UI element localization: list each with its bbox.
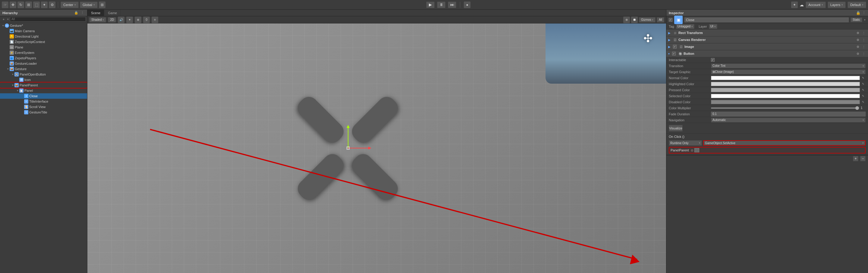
selected-color-swatch[interactable] (711, 94, 860, 98)
tree-item-gesture-loader[interactable]: 📦 GestureLoader (0, 61, 87, 66)
scene-viewport[interactable]: ✣ (87, 24, 666, 273)
toolbar-hand-icon[interactable]: ☞ (2, 1, 8, 8)
hierarchy-add-btn[interactable]: + (1, 17, 6, 22)
tag-dropdown[interactable]: Untagged ▾ (676, 24, 694, 29)
global-button[interactable]: Global ▾ (80, 1, 98, 8)
toolbar-sparkle-icon[interactable]: ✦ (791, 1, 798, 8)
mode-2d-btn[interactable]: 2D (108, 17, 116, 23)
gizmos-button[interactable]: Gizmos ▾ (639, 17, 655, 23)
tree-item-event-system[interactable]: ⚡ EventSystem (0, 50, 87, 56)
inspector-lock-icon[interactable]: 🔒 (856, 11, 861, 15)
runtime-only-dropdown[interactable]: Runtime Only ▾ (669, 140, 702, 146)
pause-button[interactable]: ⏸ (437, 1, 445, 8)
highlighted-color-picker-icon[interactable]: ✎ (861, 81, 866, 87)
static-button[interactable]: Static (850, 18, 862, 22)
button-header[interactable]: ▾ 🔘 Button ⚙ ⋮ (666, 50, 868, 57)
tab-game[interactable]: Game (104, 10, 121, 16)
navigation-dropdown[interactable]: Automatic ▾ (711, 118, 866, 123)
tree-item-title-interface[interactable]: T TitleInterface (0, 99, 87, 104)
interactable-checkbox[interactable] (711, 58, 715, 62)
disabled-color-swatch[interactable] (711, 100, 860, 104)
all-button[interactable]: All (657, 17, 664, 23)
canvas-menu-icon[interactable]: ⋮ (861, 37, 866, 42)
canvas-settings-icon[interactable]: ⚙ (855, 37, 860, 42)
image-header[interactable]: ▶ 🖼 Image ⚙ ⋮ (666, 43, 868, 50)
tree-item-gesture-child[interactable]: ▾ 📦 Gesture (0, 66, 87, 72)
rect-menu-icon[interactable]: ⋮ (861, 30, 866, 35)
rect-transform-header[interactable]: ▶ ⊞ Rect Transform ⚙ ⋮ (666, 30, 868, 36)
image-enabled-checkbox[interactable] (673, 45, 677, 48)
tree-item-zepeto-players[interactable]: 👥 ZepetoPlayers (0, 56, 87, 61)
panel-parent-target-icon[interactable]: ⊙ (691, 149, 693, 152)
scene-search-icon[interactable]: ⊕ (623, 16, 630, 23)
object-name-input[interactable] (684, 18, 849, 22)
expand-icon[interactable]: ▾ (11, 83, 14, 87)
normal-color-picker-icon[interactable]: ✎ (861, 75, 866, 80)
disabled-color-picker-icon[interactable]: ✎ (861, 100, 866, 104)
expand-icon[interactable]: ▾ (11, 72, 14, 76)
slider-thumb[interactable] (855, 106, 859, 110)
tree-item-main-camera[interactable]: 📷 Main Camera (0, 28, 87, 34)
fade-duration-input[interactable] (711, 112, 866, 116)
toolbar-scale-icon[interactable]: ⊞ (25, 1, 32, 8)
default-dropdown[interactable]: Default ▾ (847, 1, 866, 8)
account-dropdown[interactable]: Account ▾ (806, 1, 826, 8)
toolbar-transform-icon[interactable]: ✦ (41, 1, 48, 8)
play-button[interactable]: ▶ (426, 1, 435, 8)
collab-icon[interactable]: ● (464, 1, 470, 8)
scene-layers-icon[interactable]: 🔲 (631, 16, 638, 23)
tab-scene[interactable]: Scene (87, 10, 104, 16)
highlighted-color-swatch[interactable] (711, 82, 860, 86)
visualize-button[interactable]: Visualize (669, 125, 683, 132)
scene-tool2[interactable]: 0 (143, 16, 150, 23)
inspector-menu-icon[interactable]: ⋮ (862, 11, 866, 15)
tree-item-panel-open-btn[interactable]: ▾ 🔘 PanelOpenButton (0, 72, 87, 77)
tree-item-directional-light[interactable]: 💡 Directional Light (0, 34, 87, 39)
tree-item-close[interactable]: ✕ Close (0, 93, 87, 99)
expand-icon[interactable]: ▾ (6, 67, 10, 71)
hierarchy-menu-btn[interactable]: ⋮ (80, 10, 85, 15)
fx-icon[interactable]: ✦ (126, 16, 133, 23)
tree-item-scroll-view[interactable]: 📜 Scroll View (0, 104, 87, 109)
tree-item-icon[interactable]: 🖼 Icon (0, 77, 87, 82)
function-dropdown[interactable]: GameObject.SetActive ▾ (703, 140, 866, 146)
toolbar-rect-icon[interactable]: ⬚ (33, 1, 40, 8)
normal-color-swatch[interactable] (711, 76, 860, 80)
shading-dropdown[interactable]: Shaded ▾ (89, 17, 106, 23)
pressed-color-swatch[interactable] (711, 88, 860, 92)
tree-item-gesture-root[interactable]: ▾ G Gesture* (0, 23, 87, 28)
step-button[interactable]: ⏭ (448, 1, 456, 8)
pressed-color-picker-icon[interactable]: ✎ (861, 88, 866, 93)
tree-item-gesture-title[interactable]: T GestureTitle (0, 109, 87, 115)
selected-color-picker-icon[interactable]: ✎ (861, 94, 866, 98)
transition-dropdown[interactable]: Color Tint ▾ (711, 64, 866, 68)
button-enabled-checkbox[interactable] (672, 52, 676, 56)
panel-parent-color-swatch[interactable] (694, 148, 699, 152)
layers-dropdown[interactable]: Layers ▾ (828, 1, 846, 8)
image-settings-icon[interactable]: ⚙ (855, 44, 860, 49)
expand-icon[interactable]: ▾ (1, 24, 5, 27)
toolbar-custom-icon[interactable]: ⚙ (49, 1, 56, 8)
hierarchy-lock-btn[interactable]: 🔒 (74, 10, 79, 15)
rect-settings-icon[interactable]: ⚙ (855, 30, 860, 35)
target-graphic-dropdown[interactable]: ⊠Close (Image) ▾ (711, 70, 866, 74)
button-settings-icon[interactable]: ⚙ (855, 51, 860, 56)
canvas-renderer-header[interactable]: ▶ 🖼 Canvas Renderer ⚙ ⋮ (666, 36, 868, 43)
object-enabled-checkbox[interactable] (669, 18, 673, 22)
image-menu-icon[interactable]: ⋮ (861, 44, 866, 49)
remove-component-btn[interactable]: − (860, 156, 866, 161)
expand-icon[interactable]: ▾ (16, 89, 19, 93)
scene-tool1[interactable]: ⊕ (135, 16, 141, 23)
scene-tool3[interactable]: ≡ (152, 16, 158, 23)
toolbar-grid-icon[interactable]: ⊞ (99, 1, 105, 8)
tree-item-panel-parent[interactable]: ▾ 📦 PanelParent (0, 82, 87, 88)
hierarchy-search-input[interactable] (10, 17, 86, 22)
tree-item-zepeto-script[interactable]: 📄 ZepetoScriptContext (0, 39, 87, 44)
color-multiplier-slider[interactable] (711, 107, 859, 109)
layer-dropdown[interactable]: UI ▾ (709, 24, 717, 29)
add-component-btn[interactable]: + (853, 156, 858, 161)
center-button[interactable]: Center ▾ (61, 1, 79, 8)
audio-icon[interactable]: 🔊 (118, 16, 124, 23)
tree-item-panel[interactable]: ▾ 📋 Panel (0, 88, 87, 93)
button-menu-icon[interactable]: ⋮ (861, 51, 866, 56)
